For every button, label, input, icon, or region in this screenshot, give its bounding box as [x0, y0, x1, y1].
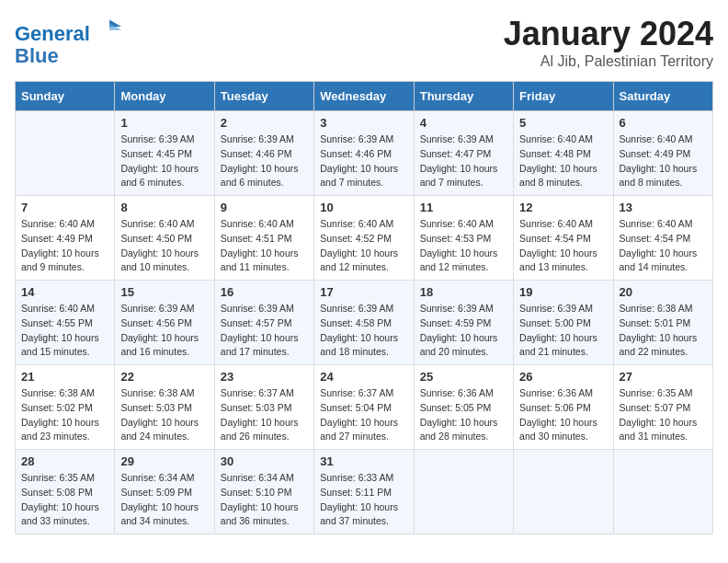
day-info: Sunrise: 6:39 AMSunset: 4:46 PMDaylight:… [221, 132, 308, 190]
header-wednesday: Wednesday [314, 82, 414, 111]
day-number: 30 [221, 454, 308, 468]
logo-general: General [15, 22, 90, 45]
calendar-cell: 15Sunrise: 6:39 AMSunset: 4:56 PMDayligh… [115, 281, 214, 365]
day-info: Sunrise: 6:40 AMSunset: 4:54 PMDaylight:… [519, 217, 607, 275]
day-info: Sunrise: 6:39 AMSunset: 4:45 PMDaylight:… [120, 132, 208, 190]
day-number: 11 [420, 201, 507, 214]
day-number: 19 [519, 285, 607, 299]
page-header: General Blue January 2024 Al Jib, Palest… [15, 15, 713, 70]
day-number: 7 [21, 201, 108, 214]
calendar-cell: 31Sunrise: 6:33 AMSunset: 5:11 PMDayligh… [314, 450, 414, 534]
calendar-cell: 12Sunrise: 6:40 AMSunset: 4:54 PMDayligh… [514, 196, 613, 281]
day-number: 18 [420, 285, 507, 299]
calendar-cell: 5Sunrise: 6:40 AMSunset: 4:48 PMDaylight… [514, 111, 613, 196]
calendar-cell: 3Sunrise: 6:39 AMSunset: 4:46 PMDaylight… [314, 111, 414, 196]
calendar-cell: 28Sunrise: 6:35 AMSunset: 5:08 PMDayligh… [16, 450, 115, 534]
day-number: 4 [420, 116, 507, 130]
day-info: Sunrise: 6:35 AMSunset: 5:07 PMDaylight:… [620, 386, 707, 444]
calendar-week-row: 7Sunrise: 6:40 AMSunset: 4:49 PMDaylight… [16, 196, 713, 281]
calendar-week-row: 28Sunrise: 6:35 AMSunset: 5:08 PMDayligh… [16, 450, 713, 534]
calendar-cell: 21Sunrise: 6:38 AMSunset: 5:02 PMDayligh… [16, 365, 115, 450]
calendar-cell: 11Sunrise: 6:40 AMSunset: 4:53 PMDayligh… [414, 196, 513, 281]
day-info: Sunrise: 6:38 AMSunset: 5:02 PMDaylight:… [21, 386, 108, 444]
day-number: 6 [620, 116, 707, 130]
day-number: 10 [320, 201, 407, 214]
day-number: 1 [120, 116, 208, 130]
day-info: Sunrise: 6:39 AMSunset: 4:56 PMDaylight:… [120, 302, 208, 360]
calendar-cell: 1Sunrise: 6:39 AMSunset: 4:45 PMDaylight… [115, 111, 214, 196]
calendar-cell: 7Sunrise: 6:40 AMSunset: 4:49 PMDaylight… [16, 196, 115, 281]
logo-bird-icon [97, 15, 123, 40]
day-number: 23 [221, 370, 308, 384]
day-info: Sunrise: 6:37 AMSunset: 5:03 PMDaylight:… [221, 386, 308, 444]
day-number: 16 [221, 285, 308, 299]
day-info: Sunrise: 6:36 AMSunset: 5:06 PMDaylight:… [519, 386, 607, 444]
header-sunday: Sunday [16, 82, 115, 111]
calendar-cell: 23Sunrise: 6:37 AMSunset: 5:03 PMDayligh… [214, 365, 313, 450]
month-title: January 2024 [504, 15, 713, 53]
day-number: 31 [320, 454, 407, 468]
calendar-cell: 19Sunrise: 6:39 AMSunset: 5:00 PMDayligh… [514, 281, 613, 365]
day-number: 15 [120, 285, 208, 299]
day-info: Sunrise: 6:37 AMSunset: 5:04 PMDaylight:… [320, 386, 407, 444]
calendar-cell: 26Sunrise: 6:36 AMSunset: 5:06 PMDayligh… [514, 365, 613, 450]
day-info: Sunrise: 6:40 AMSunset: 4:51 PMDaylight:… [221, 217, 308, 275]
day-info: Sunrise: 6:40 AMSunset: 4:53 PMDaylight:… [420, 217, 507, 275]
calendar-cell: 24Sunrise: 6:37 AMSunset: 5:04 PMDayligh… [314, 365, 414, 450]
calendar-cell: 25Sunrise: 6:36 AMSunset: 5:05 PMDayligh… [414, 365, 513, 450]
calendar-cell [414, 450, 513, 534]
day-number: 12 [519, 201, 607, 214]
day-info: Sunrise: 6:39 AMSunset: 4:47 PMDaylight:… [420, 132, 507, 190]
day-info: Sunrise: 6:34 AMSunset: 5:10 PMDaylight:… [221, 471, 308, 529]
day-number: 3 [320, 116, 407, 130]
header-thursday: Thursday [414, 82, 513, 111]
calendar-cell: 4Sunrise: 6:39 AMSunset: 4:47 PMDaylight… [414, 111, 513, 196]
calendar-cell: 20Sunrise: 6:38 AMSunset: 5:01 PMDayligh… [613, 281, 712, 365]
day-number: 5 [519, 116, 607, 130]
day-info: Sunrise: 6:38 AMSunset: 5:03 PMDaylight:… [120, 386, 208, 444]
calendar-cell [16, 111, 115, 196]
day-info: Sunrise: 6:40 AMSunset: 4:48 PMDaylight:… [519, 132, 607, 190]
day-info: Sunrise: 6:40 AMSunset: 4:49 PMDaylight:… [21, 217, 108, 275]
header-tuesday: Tuesday [214, 82, 313, 111]
day-info: Sunrise: 6:38 AMSunset: 5:01 PMDaylight:… [620, 302, 707, 360]
day-info: Sunrise: 6:36 AMSunset: 5:05 PMDaylight:… [420, 386, 507, 444]
day-number: 27 [620, 370, 707, 384]
calendar-week-row: 14Sunrise: 6:40 AMSunset: 4:55 PMDayligh… [16, 281, 713, 365]
day-number: 2 [221, 116, 308, 130]
location-title: Al Jib, Palestinian Territory [504, 53, 713, 70]
day-info: Sunrise: 6:40 AMSunset: 4:54 PMDaylight:… [620, 217, 707, 275]
calendar-header-row: SundayMondayTuesdayWednesdayThursdayFrid… [16, 82, 713, 111]
day-info: Sunrise: 6:34 AMSunset: 5:09 PMDaylight:… [120, 471, 208, 529]
day-info: Sunrise: 6:40 AMSunset: 4:52 PMDaylight:… [320, 217, 407, 275]
calendar-cell: 14Sunrise: 6:40 AMSunset: 4:55 PMDayligh… [16, 281, 115, 365]
day-info: Sunrise: 6:40 AMSunset: 4:50 PMDaylight:… [120, 217, 208, 275]
header-friday: Friday [514, 82, 613, 111]
day-info: Sunrise: 6:35 AMSunset: 5:08 PMDaylight:… [21, 471, 108, 529]
day-number: 24 [320, 370, 407, 384]
calendar-cell: 9Sunrise: 6:40 AMSunset: 4:51 PMDaylight… [214, 196, 313, 281]
day-number: 20 [620, 285, 707, 299]
day-number: 14 [21, 285, 108, 299]
calendar-cell: 6Sunrise: 6:40 AMSunset: 4:49 PMDaylight… [613, 111, 712, 196]
calendar-cell: 27Sunrise: 6:35 AMSunset: 5:07 PMDayligh… [613, 365, 712, 450]
day-number: 13 [620, 201, 707, 214]
calendar-cell: 8Sunrise: 6:40 AMSunset: 4:50 PMDaylight… [115, 196, 214, 281]
day-info: Sunrise: 6:39 AMSunset: 4:59 PMDaylight:… [420, 302, 507, 360]
day-info: Sunrise: 6:39 AMSunset: 4:58 PMDaylight:… [320, 302, 407, 360]
calendar-cell: 16Sunrise: 6:39 AMSunset: 4:57 PMDayligh… [214, 281, 313, 365]
day-number: 22 [120, 370, 208, 384]
logo-blue: Blue [15, 44, 59, 67]
day-number: 17 [320, 285, 407, 299]
calendar-cell: 30Sunrise: 6:34 AMSunset: 5:10 PMDayligh… [214, 450, 313, 534]
day-number: 25 [420, 370, 507, 384]
header-saturday: Saturday [613, 82, 712, 111]
header-monday: Monday [115, 82, 214, 111]
calendar-cell: 22Sunrise: 6:38 AMSunset: 5:03 PMDayligh… [115, 365, 214, 450]
calendar-cell: 10Sunrise: 6:40 AMSunset: 4:52 PMDayligh… [314, 196, 414, 281]
day-number: 29 [120, 454, 208, 468]
day-number: 21 [21, 370, 108, 384]
calendar-cell: 13Sunrise: 6:40 AMSunset: 4:54 PMDayligh… [613, 196, 712, 281]
calendar-cell [514, 450, 613, 534]
calendar-cell: 18Sunrise: 6:39 AMSunset: 4:59 PMDayligh… [414, 281, 513, 365]
